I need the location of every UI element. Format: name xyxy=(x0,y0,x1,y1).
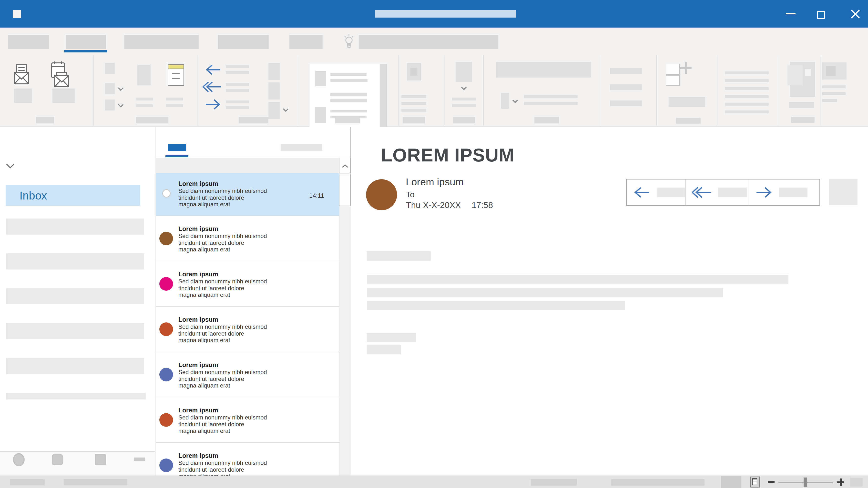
more-views-icon[interactable] xyxy=(134,457,145,461)
minimize-icon xyxy=(786,13,796,14)
folder-sidebar: Inbox xyxy=(0,127,155,476)
sender-avatar-large xyxy=(366,179,397,210)
delete-button[interactable] xyxy=(137,65,151,85)
minimize-button[interactable] xyxy=(780,0,802,28)
tell-me-search-box[interactable] xyxy=(359,35,498,49)
reply-button[interactable] xyxy=(627,180,685,205)
calendar-view-icon[interactable] xyxy=(52,454,63,465)
new-email-icon[interactable] xyxy=(14,64,29,85)
zoom-out-button[interactable] xyxy=(768,481,775,483)
cleanup-button[interactable] xyxy=(105,83,115,94)
body-placeholder-signature xyxy=(367,345,401,354)
mail-list-item[interactable]: Lorem ipsum Sed diam nonummy nibh euismo… xyxy=(156,306,339,352)
im-button[interactable] xyxy=(269,83,280,99)
mail-subject: Lorem ipsum xyxy=(178,180,296,188)
sidebar-folder-ph[interactable] xyxy=(6,358,144,374)
lightbulb-icon[interactable] xyxy=(343,32,355,49)
sticky-note-icon[interactable] xyxy=(168,64,184,86)
forward-button[interactable] xyxy=(749,180,819,205)
mail-preview-line: magna aliquam erat xyxy=(178,337,296,344)
body-placeholder-signoff xyxy=(367,333,416,342)
zoom-in-button[interactable] xyxy=(837,479,844,486)
more-actions-button[interactable] xyxy=(829,179,858,205)
mail-preview-line: tincidunt ut laoreet dolore xyxy=(178,330,296,337)
sidebar-folder-ph[interactable] xyxy=(6,219,144,235)
categorize-button[interactable] xyxy=(501,93,509,109)
new-group-button[interactable] xyxy=(666,64,680,75)
browse-groups-button[interactable] xyxy=(666,75,680,86)
close-button[interactable] xyxy=(845,0,867,28)
sender-avatar xyxy=(159,368,173,382)
mail-list-item[interactable]: Lorem ipsum Sed diam nonummy nibh euismo… xyxy=(156,397,339,443)
meeting-button[interactable] xyxy=(269,63,280,80)
sidebar-folder-ph[interactable] xyxy=(6,323,144,339)
sender-avatar xyxy=(159,232,173,245)
tab-file[interactable] xyxy=(8,35,49,49)
people-view-icon[interactable] xyxy=(95,454,106,465)
reply-label-ph xyxy=(657,188,685,197)
sidebar-folder-ph[interactable] xyxy=(6,393,146,399)
mail-preview-line: Sed diam nonummy nibh euismod xyxy=(178,369,296,376)
tab-home-selected[interactable] xyxy=(66,35,106,49)
reply-all-icon[interactable] xyxy=(203,80,222,93)
tab-send-receive[interactable] xyxy=(124,35,199,49)
new-items-button-label-ph[interactable] xyxy=(53,89,75,103)
message-datetime: Thu X-X-20XX17:58 xyxy=(406,200,504,210)
scroll-up-button[interactable] xyxy=(339,158,351,173)
chevron-down-icon[interactable] xyxy=(118,87,124,91)
zoom-slider-thumb[interactable] xyxy=(804,478,807,487)
mail-subject: Lorem ipsum xyxy=(178,316,296,323)
list-filter-tab-selected[interactable] xyxy=(168,144,186,151)
chevron-down-icon[interactable] xyxy=(118,104,124,107)
group-label-new xyxy=(36,117,54,123)
more-respond-button[interactable] xyxy=(269,102,280,119)
forward-label-ph xyxy=(779,188,807,197)
mail-preview-line: magna aliquam erat xyxy=(178,382,296,389)
mail-time: 14:11 xyxy=(309,192,324,199)
mail-list-item[interactable]: Lorem ipsum Sed diam nonummy nibh euismo… xyxy=(156,352,339,397)
chevron-down-icon[interactable] xyxy=(461,86,467,90)
forward-icon[interactable] xyxy=(205,99,221,110)
group-label-rules xyxy=(453,117,475,123)
restore-button[interactable] xyxy=(810,0,832,28)
mail-preview-line: magna aliquam erat xyxy=(178,201,296,208)
sort-by-dropdown[interactable] xyxy=(281,144,322,151)
tab-view[interactable] xyxy=(289,35,322,49)
new-items-icon[interactable] xyxy=(49,61,73,88)
chevron-down-icon[interactable] xyxy=(283,108,289,112)
mail-view-icon[interactable] xyxy=(13,453,25,466)
sidebar-folder-ph[interactable] xyxy=(6,288,144,304)
app-menu-icon[interactable] xyxy=(13,10,21,18)
ribbon-tab-bar xyxy=(0,28,868,53)
mail-list-item[interactable]: Lorem ipsum Sed diam nonummy nibh euismo… xyxy=(156,443,339,476)
collapse-chevron-icon[interactable] xyxy=(6,163,14,169)
title-bar xyxy=(0,0,868,28)
new-email-button-label-ph[interactable] xyxy=(14,89,32,103)
chevron-down-icon[interactable] xyxy=(512,99,518,103)
body-placeholder-line xyxy=(367,288,723,297)
mail-list-item-selected[interactable]: Lorem ipsum Sed diam nonummy nibh euismo… xyxy=(156,173,339,216)
reading-pane: LOREM IPSUM Lorem ipsum To Thu X-X-20XX1… xyxy=(351,127,868,476)
reply-all-button[interactable] xyxy=(685,180,749,205)
reply-icon[interactable] xyxy=(205,64,221,75)
message-time: 17:58 xyxy=(472,200,493,210)
rules-button[interactable] xyxy=(456,62,472,82)
reading-view-button[interactable] xyxy=(750,477,760,488)
sidebar-folder-ph[interactable] xyxy=(6,253,144,269)
tab-folder[interactable] xyxy=(218,35,269,49)
ignore-button[interactable] xyxy=(105,63,115,74)
mail-list-item[interactable]: Lorem ipsum Sed diam nonummy nibh euismo… xyxy=(156,261,339,306)
group-label-delete xyxy=(136,117,168,123)
junk-button[interactable] xyxy=(105,99,115,110)
sender-avatar xyxy=(159,322,173,336)
sidebar-item-inbox[interactable]: Inbox xyxy=(6,185,140,206)
list-scrollbar-thumb[interactable] xyxy=(339,174,351,206)
mail-preview-line: magna aliquam erat xyxy=(178,427,296,434)
zoom-percent-ph xyxy=(850,478,863,487)
status-item-ph xyxy=(611,479,705,486)
unread-indicator-icon[interactable] xyxy=(162,189,170,198)
quick-steps-scrollbar[interactable] xyxy=(380,64,386,130)
inbox-label: Inbox xyxy=(20,189,47,202)
unread-read-button[interactable] xyxy=(496,62,591,77)
mail-list-item[interactable]: Lorem ipsum Sed diam nonummy nibh euismo… xyxy=(156,216,339,261)
